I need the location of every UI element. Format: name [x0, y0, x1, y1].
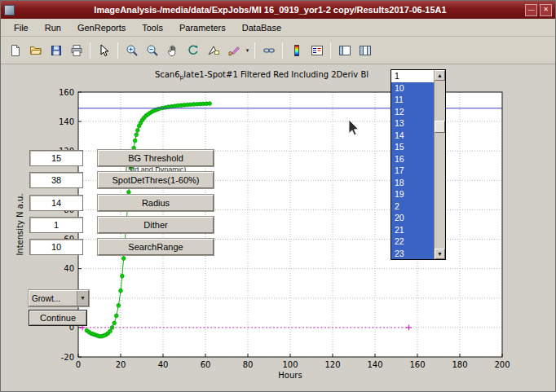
spot-list-item[interactable]: 17 — [391, 165, 434, 177]
spot-list-item[interactable]: 16 — [391, 153, 434, 165]
titlebar[interactable]: ImageAnalysis-/media/data/ExpJobs/MI 16_… — [1, 1, 555, 19]
spot-list-item[interactable]: 1 — [391, 70, 434, 82]
y-tick-label: 40 — [64, 264, 74, 273]
zoom-out-button[interactable] — [142, 40, 162, 60]
dither-button[interactable]: Dither — [98, 217, 214, 233]
list-scrollbar[interactable]: ▲ ▼ — [434, 70, 445, 259]
spot-list-item[interactable]: 10 — [391, 82, 434, 95]
spot-list-item[interactable]: 15 — [391, 141, 434, 153]
spot-list-item[interactable]: 11 — [391, 94, 434, 106]
x-tick-label: 160 — [409, 360, 425, 369]
data-point — [126, 190, 130, 194]
spot-list-item[interactable]: 14 — [391, 130, 434, 142]
brush-icon — [227, 44, 240, 57]
searchrange-button[interactable]: SearchRange — [98, 239, 214, 255]
print-button[interactable] — [66, 40, 86, 60]
spot-list-item[interactable]: 2 — [391, 200, 434, 213]
hide-plot-tools-button[interactable] — [334, 40, 355, 60]
bg-threshold-input[interactable] — [29, 150, 83, 166]
radius-input[interactable] — [29, 195, 83, 211]
x-tick-label: 20 — [116, 360, 126, 369]
link-plot-button[interactable] — [258, 40, 279, 60]
y-tick-label: 140 — [59, 117, 74, 126]
data-point — [135, 129, 139, 133]
growth-dropdown[interactable]: Growt... ▼ — [29, 290, 89, 306]
rotate-3d-button[interactable] — [183, 40, 203, 60]
x-tick-label: 0 — [76, 360, 81, 369]
toolbar: ▼ — [1, 37, 555, 64]
pan-button[interactable] — [162, 40, 183, 60]
insert-colorbar-button[interactable] — [286, 40, 307, 60]
open-folder-icon — [29, 44, 42, 57]
y-tick-label: 160 — [59, 88, 74, 97]
data-point — [208, 102, 212, 106]
insert-legend-button[interactable] — [307, 40, 327, 60]
data-point — [114, 314, 118, 318]
edit-plot-button[interactable] — [94, 40, 114, 60]
searchrange-input[interactable] — [29, 239, 83, 255]
spot-number-list[interactable]: 110111213141516171819220212223 ▲ ▼ — [391, 69, 446, 260]
menu-parameters[interactable]: Parameters — [171, 20, 234, 35]
data-point — [113, 321, 117, 325]
minimize-button[interactable]: — — [525, 4, 537, 16]
x-tick-label: 120 — [324, 360, 340, 369]
bg-threshold-button[interactable]: BG Threshold — [98, 150, 214, 166]
x-tick-label: 200 — [494, 360, 510, 369]
brush-dropdown-caret-icon[interactable]: ▼ — [244, 48, 251, 53]
window-title: ImageAnalysis-/media/data/ExpJobs/MI 16_… — [18, 5, 523, 15]
menu-database[interactable]: DataBase — [234, 20, 289, 35]
spotdetthres-input[interactable] — [29, 172, 83, 188]
pointer-arrow-icon — [98, 44, 111, 57]
data-cursor-button[interactable] — [203, 40, 223, 60]
zoom-in-icon — [126, 44, 139, 57]
menu-tools[interactable]: Tools — [134, 20, 171, 35]
zoom-in-button[interactable] — [121, 40, 142, 60]
continue-button[interactable]: Continue — [29, 310, 87, 326]
radius-button[interactable]: Radius — [98, 195, 214, 211]
spot-list-item[interactable]: 18 — [391, 177, 434, 189]
x-tick-label: 100 — [282, 360, 298, 369]
data-point — [121, 257, 126, 261]
printer-icon — [70, 44, 83, 57]
data-point — [135, 133, 139, 137]
open-file-button[interactable] — [25, 40, 46, 60]
spot-list-item[interactable]: 22 — [391, 236, 434, 248]
plot-canvas[interactable]: 020406080100120140160180200-200204060801… — [1, 64, 556, 392]
x-tick-label: 60 — [201, 360, 211, 369]
data-point — [108, 329, 113, 333]
toolbar-separator — [117, 42, 118, 59]
zoom-out-icon — [146, 44, 159, 57]
app-window: ImageAnalysis-/media/data/ExpJobs/MI 16_… — [0, 0, 556, 392]
x-tick-label: 180 — [452, 360, 467, 369]
hide-plot-tools-icon — [338, 44, 351, 57]
link-chain-icon — [263, 44, 276, 57]
spot-list-item[interactable]: 21 — [391, 224, 434, 236]
dither-input[interactable] — [29, 217, 83, 233]
scroll-down-icon[interactable]: ▼ — [435, 249, 445, 259]
data-cursor-icon — [207, 44, 220, 57]
spot-list-item[interactable]: 13 — [391, 117, 434, 130]
show-plot-tools-icon — [359, 44, 372, 57]
show-plot-tools-button[interactable] — [355, 40, 375, 60]
close-button[interactable]: ✕ — [540, 4, 552, 16]
scroll-up-icon[interactable]: ▲ — [435, 70, 445, 81]
growth-dropdown-label: Growt... — [29, 294, 77, 303]
x-tick-label: 40 — [158, 360, 169, 369]
toolbar-separator — [90, 42, 90, 59]
data-point — [117, 303, 121, 307]
y-axis-label: Intensity N a.u. — [15, 193, 24, 255]
spotdetthres-button[interactable]: SpotDetThres(1-60%) — [98, 172, 214, 188]
spot-list-item[interactable]: 19 — [391, 188, 434, 200]
menu-file[interactable]: File — [6, 20, 37, 35]
menu-run[interactable]: Run — [37, 20, 69, 35]
save-button[interactable] — [46, 40, 66, 60]
brush-data-button[interactable] — [223, 40, 244, 60]
menu-genreports[interactable]: GenReports — [69, 20, 134, 35]
new-figure-button[interactable] — [5, 40, 25, 60]
toolbar-separator — [282, 42, 283, 59]
data-point — [120, 274, 124, 278]
spot-list-item[interactable]: 20 — [391, 212, 434, 224]
spot-list-item[interactable]: 12 — [391, 106, 434, 118]
scroll-thumb[interactable] — [435, 121, 445, 133]
spot-list-item[interactable]: 23 — [391, 248, 434, 260]
